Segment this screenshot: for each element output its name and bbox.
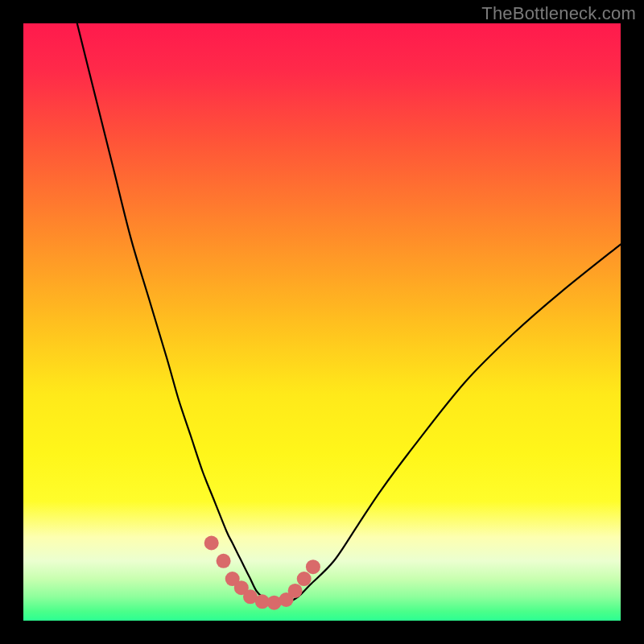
- highlight-markers: [204, 536, 320, 610]
- watermark-text: TheBottleneck.com: [481, 3, 636, 24]
- highlight-dot: [297, 572, 312, 586]
- highlight-dot: [306, 559, 320, 574]
- curve-layer: [23, 23, 621, 621]
- chart-frame: TheBottleneck.com: [0, 0, 644, 644]
- highlight-dot: [217, 554, 231, 568]
- highlight-dot: [204, 536, 219, 551]
- highlight-dot: [288, 584, 303, 598]
- bottleneck-curve: [77, 23, 621, 604]
- plot-area: [23, 23, 621, 621]
